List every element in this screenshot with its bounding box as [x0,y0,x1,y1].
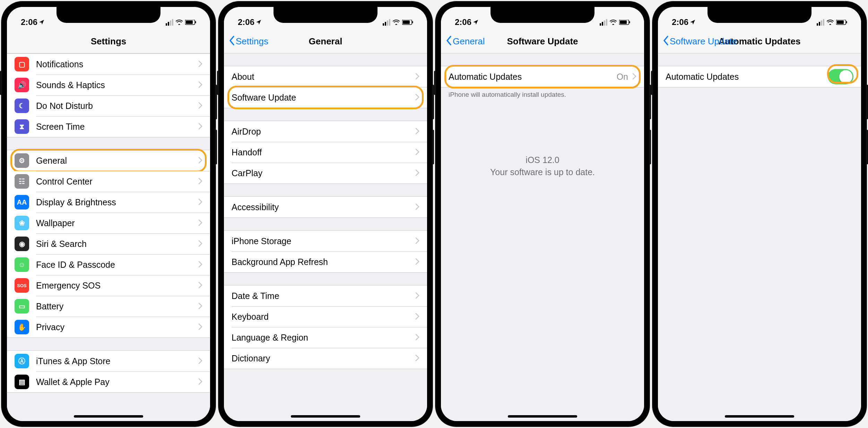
chevron-right-icon [198,59,202,70]
nav-bar: Settings General [224,30,427,53]
row-dnd[interactable]: ☾Do Not Disturb [7,95,210,116]
row-label: Software Update [232,93,415,103]
battery-icon [402,17,413,27]
chevron-right-icon [415,202,419,213]
page-title: Settings [91,36,127,47]
content-area[interactable]: About Software Update AirDrop Handoff Ca… [224,53,427,421]
battery-icon: ▭ [15,299,29,314]
back-button[interactable]: General [446,30,485,53]
face-icon: ☺ [15,257,29,272]
row-label: Screen Time [36,122,198,132]
row-carplay[interactable]: CarPlay [224,163,427,183]
svg-rect-4 [403,20,410,24]
row-label: AirDrop [232,127,415,137]
row-sounds[interactable]: 🔊Sounds & Haptics [7,75,210,95]
group-footer: iPhone will automatically install update… [441,87,644,102]
chevron-right-icon [198,376,202,387]
location-arrow-icon [473,17,478,27]
appstore-icon: Ⓐ [15,354,29,368]
row-appstore[interactable]: ⒶiTunes & App Store [7,351,210,371]
settings-group: Automatic Updates [658,66,861,87]
update-status: Your software is up to date. [455,166,630,178]
row-label: Language & Region [232,333,415,343]
chevron-right-icon [415,92,419,103]
row-notifications[interactable]: ▢Notifications [7,54,210,75]
row-label: Accessibility [232,202,415,212]
row-keyboard[interactable]: Keyboard [224,306,427,327]
row-sos[interactable]: SOSEmergency SOS [7,275,210,296]
row-datetime[interactable]: Date & Time [224,285,427,306]
chevron-right-icon [415,290,419,301]
row-wallpaper[interactable]: ❀Wallpaper [7,213,210,233]
settings-group: ▢Notifications 🔊Sounds & Haptics ☾Do Not… [7,53,210,137]
chevron-left-icon [446,35,452,48]
chevron-right-icon [198,217,202,229]
screen: 2:06 General Software Update Automatic U… [441,7,644,421]
back-label: Software Update [670,36,737,47]
row-faceid[interactable]: ☺Face ID & Passcode [7,254,210,275]
chevron-right-icon [198,238,202,249]
chevron-right-icon [632,71,636,82]
content-area[interactable]: Automatic Updates [658,53,861,421]
row-screentime[interactable]: ⧗Screen Time [7,116,210,137]
row-detail: On [617,72,628,82]
row-display[interactable]: AADisplay & Brightness [7,192,210,213]
notch [274,7,377,23]
row-bgrefresh[interactable]: Background App Refresh [224,251,427,272]
screen: 2:06 Settings General About Software Upd… [224,7,427,421]
row-dictionary[interactable]: Dictionary [224,348,427,369]
row-airdrop[interactable]: AirDrop [224,121,427,142]
siri-icon: ◉ [15,237,29,251]
row-privacy[interactable]: ✋Privacy [7,317,210,337]
ios-version: iOS 12.0 [455,154,630,166]
battery-icon [619,17,630,27]
home-indicator[interactable] [74,415,143,418]
row-language[interactable]: Language & Region [224,327,427,348]
row-label: Emergency SOS [36,281,198,291]
row-handoff[interactable]: Handoff [224,142,427,163]
chevron-right-icon [198,79,202,91]
row-autoupdates-toggle[interactable]: Automatic Updates [658,66,861,87]
svg-rect-10 [837,20,844,24]
row-label: Privacy [36,322,198,332]
chevron-right-icon [415,353,419,364]
phone-frame-3: 2:06 Software Update Automatic Updates A… [652,1,867,427]
wifi-icon [609,17,617,27]
row-label: Display & Brightness [36,197,198,207]
wifi-icon [175,17,183,27]
row-label: Handoff [232,147,415,157]
chevron-right-icon [415,71,419,82]
wifi-icon [826,17,834,27]
row-accessibility[interactable]: Accessibility [224,197,427,217]
row-label: Background App Refresh [232,257,415,267]
row-siri[interactable]: ◉Siri & Search [7,233,210,254]
location-arrow-icon [690,17,695,27]
row-swupdate[interactable]: Software Update [224,87,427,108]
row-label: About [232,72,415,82]
row-wallet[interactable]: ▤Wallet & Apple Pay [7,371,210,392]
row-label: Keyboard [232,312,415,322]
home-indicator[interactable] [291,415,360,418]
row-battery[interactable]: ▭Battery [7,296,210,317]
gear-icon: ⚙ [15,153,29,168]
row-controlcenter[interactable]: ☷Control Center [7,171,210,192]
moon-icon: ☾ [15,99,29,113]
status-message: iOS 12.0 Your software is up to date. [441,102,644,178]
row-about[interactable]: About [224,66,427,87]
screen: 2:06 Software Update Automatic Updates A… [658,7,861,421]
row-general[interactable]: ⚙General [7,150,210,171]
chevron-right-icon [198,259,202,270]
row-autoupdates[interactable]: Automatic UpdatesOn [441,66,644,87]
home-indicator[interactable] [508,415,577,418]
home-indicator[interactable] [725,415,794,418]
toggle-switch[interactable] [828,69,853,84]
hand-icon: ✋ [15,320,29,334]
row-storage[interactable]: iPhone Storage [224,231,427,251]
back-button[interactable]: Settings [229,30,268,53]
back-button[interactable]: Software Update [663,30,737,53]
content-area[interactable]: Automatic UpdatesOn iPhone will automati… [441,53,644,421]
row-label: Control Center [36,177,198,187]
chevron-right-icon [198,176,202,187]
chevron-right-icon [415,236,419,247]
content-area[interactable]: ▢Notifications 🔊Sounds & Haptics ☾Do Not… [7,53,210,421]
